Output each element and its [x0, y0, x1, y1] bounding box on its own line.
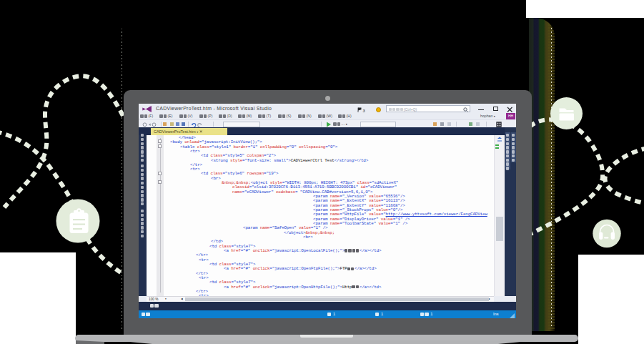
svg-text:3: 3	[363, 108, 365, 112]
